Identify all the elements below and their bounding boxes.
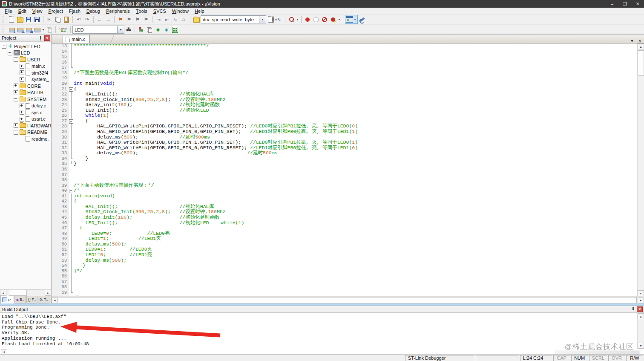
comment-selection-icon[interactable]: /≡ xyxy=(172,16,179,23)
panel-tab-1[interactable]: ◆B.. xyxy=(14,296,26,303)
new-file-icon[interactable] xyxy=(8,16,15,23)
breakpoint-dropdown-icon[interactable]: ▼ xyxy=(337,18,341,21)
kill-all-breakpoints-icon[interactable] xyxy=(329,16,337,23)
fold-toggle-icon[interactable] xyxy=(69,87,74,92)
minimize-button[interactable]: – xyxy=(606,0,618,8)
configure-icon[interactable] xyxy=(358,16,366,23)
edit-note-icon[interactable] xyxy=(193,16,200,23)
pack-installer-icon[interactable]: ◆ xyxy=(154,26,162,33)
scroll-right-icon[interactable]: ► xyxy=(638,297,644,303)
batch-build-icon[interactable] xyxy=(33,26,41,33)
copy-icon[interactable] xyxy=(54,16,62,23)
tree-item-user[interactable]: USER xyxy=(0,56,51,63)
save-all-icon[interactable] xyxy=(33,16,41,23)
undo-icon[interactable]: ↶ xyxy=(75,16,83,23)
tree-item-main-c[interactable]: main.c xyxy=(0,63,51,70)
tree-item-led[interactable]: LED xyxy=(0,50,51,57)
scroll-thumb[interactable] xyxy=(59,297,637,303)
menu-view[interactable]: View xyxy=(29,8,46,14)
tree-item-readme-[interactable]: readme. xyxy=(0,136,51,142)
code-editor[interactable]: 13**************************************… xyxy=(52,43,637,296)
download-icon[interactable]: LOAD⇊⇊ xyxy=(58,26,68,33)
expand-icon[interactable] xyxy=(20,70,24,75)
bookmark-next-icon[interactable]: ⚑ xyxy=(134,16,141,23)
navigate-back-icon[interactable]: ← xyxy=(96,16,104,23)
collapse-icon[interactable] xyxy=(8,51,12,55)
find-icon[interactable] xyxy=(288,16,295,23)
menu-peripherals[interactable]: Peripherals xyxy=(103,8,133,14)
scroll-thumb[interactable] xyxy=(9,290,27,296)
menu-window[interactable]: Window xyxy=(169,8,192,14)
panel-tab-2[interactable]: {} F.. xyxy=(26,296,37,303)
expand-icon[interactable] xyxy=(20,77,24,82)
build-output-vscrollbar[interactable]: ▲ ▼ xyxy=(637,313,644,349)
project-panel-hscrollbar[interactable]: ◄ ► xyxy=(0,289,51,296)
tab-main-c[interactable]: main.c xyxy=(63,35,90,43)
expand-icon[interactable] xyxy=(20,117,24,121)
tree-item-project-led[interactable]: ✛Project: LED xyxy=(0,43,51,50)
target-combo[interactable]: LED xyxy=(72,26,118,34)
file-extensions-icon[interactable] xyxy=(146,26,153,33)
tree-item-usart-c[interactable]: usart.c xyxy=(0,116,51,123)
rebuild-icon[interactable]: ⇉ xyxy=(25,26,32,33)
collapse-icon[interactable] xyxy=(14,130,18,135)
tree-item-system-[interactable]: system_ xyxy=(0,76,51,83)
tree-item-system[interactable]: SYSTEM xyxy=(0,96,51,103)
close-tab-icon[interactable]: ✕ xyxy=(638,39,641,43)
pin-icon[interactable] xyxy=(631,307,635,312)
paste-icon[interactable] xyxy=(63,16,70,23)
tree-item-sys-c[interactable]: sys.c xyxy=(0,109,51,116)
expand-icon[interactable] xyxy=(14,90,18,95)
manage-rte-icon[interactable] xyxy=(171,26,179,33)
panel-tab-0[interactable]: P.. xyxy=(0,296,14,304)
manage-project-items-icon[interactable] xyxy=(137,26,145,33)
scroll-down-icon[interactable]: ▼ xyxy=(638,343,644,349)
indent-left-icon[interactable]: ⇤ xyxy=(163,16,171,23)
editor-vscrollbar[interactable]: ▲ ▼ xyxy=(637,43,644,296)
menu-edit[interactable]: Edit xyxy=(15,8,29,14)
menu-flash[interactable]: Flash xyxy=(66,8,83,14)
redo-icon[interactable]: ↷ xyxy=(83,16,91,23)
tab-list-dropdown-icon[interactable]: ▼ xyxy=(630,39,634,43)
menu-project[interactable]: Project xyxy=(46,8,66,14)
build-output-close-icon[interactable]: x xyxy=(637,306,643,312)
pin-icon[interactable] xyxy=(38,36,43,40)
fold-toggle-icon[interactable] xyxy=(69,188,74,193)
collapse-icon[interactable] xyxy=(14,97,18,101)
save-icon[interactable] xyxy=(25,16,32,23)
menu-tools[interactable]: Tools xyxy=(133,8,150,14)
navigate-forward-icon[interactable]: → xyxy=(104,16,112,23)
find-in-files-icon[interactable] xyxy=(267,16,274,23)
tree-item-core[interactable]: CORE xyxy=(0,83,51,90)
build-output-log[interactable]: Load "..\\OBJ\\LED.axf"Full Chip Erase D… xyxy=(0,313,637,349)
find-dropdown-icon[interactable]: ▼ xyxy=(296,18,299,21)
project-panel-close-icon[interactable]: x xyxy=(44,35,50,41)
expand-icon[interactable] xyxy=(20,110,24,115)
debug-windows-button[interactable]: ▼ xyxy=(345,15,358,24)
scroll-left-icon[interactable]: ◄ xyxy=(52,297,58,303)
tree-item-hardware[interactable]: HARDWARE xyxy=(0,122,51,129)
bookmark-clear-icon[interactable]: ⚑ xyxy=(142,16,150,23)
disable-breakpoint-icon[interactable] xyxy=(321,16,328,23)
restore-button[interactable]: ❐ xyxy=(618,0,631,8)
batch-build-dropdown-icon[interactable]: ▼ xyxy=(41,28,45,31)
options-for-target-icon[interactable]: ⁂ xyxy=(125,26,132,33)
tree-item-stm32f4[interactable]: stm32f4 xyxy=(0,69,51,76)
uncomment-selection-icon[interactable]: /≠ xyxy=(180,16,188,23)
function-combo-dropdown[interactable]: ▼ xyxy=(259,15,266,23)
goto-definition-icon[interactable]: ➴ xyxy=(275,16,283,23)
collapse-icon[interactable] xyxy=(14,57,18,62)
translate-icon[interactable]: ⇣ xyxy=(8,26,15,33)
manage-books-icon[interactable]: ◈ xyxy=(163,26,170,33)
scroll-thumb[interactable] xyxy=(638,50,644,76)
scroll-right-icon[interactable]: ► xyxy=(45,290,51,296)
menu-debug[interactable]: Debug xyxy=(83,8,103,14)
bookmark-icon[interactable]: ⚑ xyxy=(117,16,124,23)
scroll-up-icon[interactable]: ▲ xyxy=(638,313,644,319)
menu-help[interactable]: Help xyxy=(192,8,207,14)
enable-breakpoint-icon[interactable] xyxy=(312,16,320,23)
close-button[interactable]: ✕ xyxy=(631,0,644,8)
open-file-icon[interactable] xyxy=(16,16,24,23)
target-combo-dropdown[interactable]: ▼ xyxy=(118,26,124,34)
menu-svcs[interactable]: SVCS xyxy=(150,8,169,14)
